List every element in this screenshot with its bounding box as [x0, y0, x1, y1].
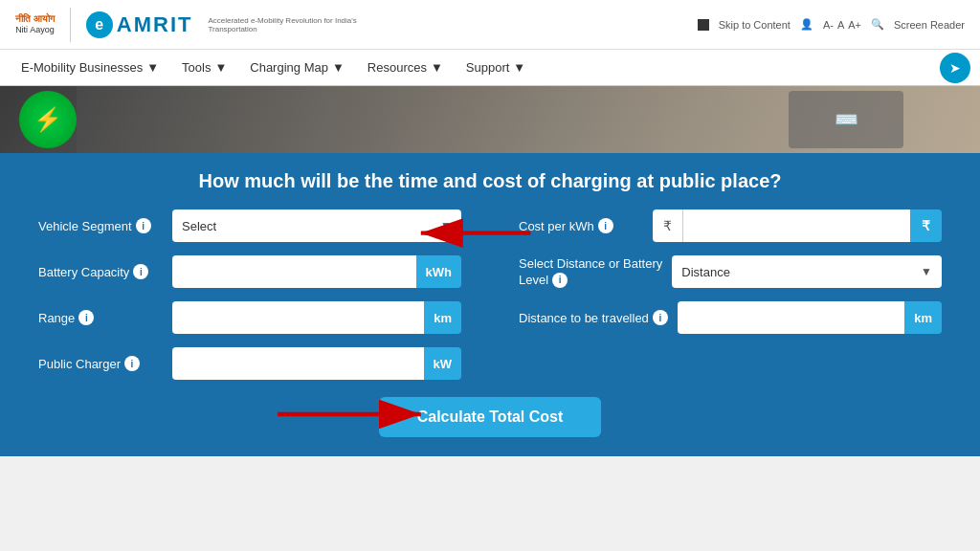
- battery-capacity-unit: kWh: [416, 255, 461, 288]
- distance-travel-info-icon[interactable]: i: [653, 310, 668, 325]
- calculate-row: Calculate Total Cost: [38, 397, 942, 437]
- select-distance-battery-label: Select Distance or Battery Level i: [519, 256, 662, 288]
- cost-per-kwh-input[interactable]: [683, 209, 910, 242]
- range-unit: km: [424, 301, 461, 334]
- battery-capacity-label: Battery Capacity i: [38, 264, 163, 279]
- chevron-down-icon: ▼: [332, 60, 345, 75]
- hero-image: ⚡ ⌨️: [0, 86, 980, 153]
- nav-item-tools[interactable]: Tools ▼: [170, 50, 238, 86]
- site-header: नीति आयोग Niti Aayog e AMRIT Accelerated…: [0, 0, 980, 50]
- public-charger-label: Public Charger i: [38, 356, 163, 371]
- search-icon[interactable]: 🔍: [871, 18, 884, 31]
- empty-cell: [519, 347, 942, 380]
- share-button[interactable]: ➤: [940, 53, 970, 83]
- rupee-button[interactable]: ₹: [910, 209, 942, 242]
- niti-logo: नीति आयोग Niti Aayog: [15, 13, 55, 35]
- rupee-prefix: ₹: [653, 209, 683, 242]
- person-icon: 👤: [800, 18, 813, 31]
- form-grid: Vehicle Segment i Select 2 Wheeler 3 Whe…: [38, 209, 942, 380]
- select-distance-battery-row: Select Distance or Battery Level i Dista…: [519, 255, 942, 288]
- chevron-down-icon: ▼: [146, 60, 159, 75]
- accessibility-icon: [698, 19, 709, 31]
- distance-travel-input[interactable]: [678, 301, 904, 334]
- logo-area: नीति आयोग Niti Aayog e AMRIT Accelerated…: [15, 8, 399, 42]
- vehicle-segment-select-wrapper: Select 2 Wheeler 3 Wheeler 4 Wheeler Bus…: [172, 209, 461, 242]
- vehicle-segment-select[interactable]: Select 2 Wheeler 3 Wheeler 4 Wheeler Bus: [172, 209, 461, 242]
- range-input-group: km: [172, 301, 461, 334]
- distance-travel-label: Distance to be travelled i: [519, 310, 668, 325]
- hero-placeholder: ⚡ ⌨️: [0, 86, 980, 153]
- select-distance-info-icon[interactable]: i: [552, 273, 568, 288]
- cost-per-kwh-row: Cost per kWh i ₹ ₹: [519, 209, 942, 242]
- font-a-plus[interactable]: A+: [848, 19, 861, 31]
- font-controls: A- A A+: [823, 19, 861, 31]
- niti-english-text: Niti Aayog: [15, 25, 55, 35]
- public-charger-unit: kW: [424, 347, 462, 380]
- calculate-total-cost-button[interactable]: Calculate Total Cost: [379, 397, 602, 437]
- skip-to-content-link[interactable]: Skip to Content: [719, 19, 791, 31]
- niti-hindi-text: नीति आयोग: [15, 13, 55, 25]
- public-charger-input[interactable]: [172, 347, 424, 380]
- distance-travel-row: Distance to be travelled i km: [519, 301, 942, 334]
- amrit-e-circle: e: [86, 11, 113, 38]
- range-row: Range i km: [38, 301, 461, 334]
- public-charger-input-group: kW: [172, 347, 461, 380]
- range-input[interactable]: [172, 301, 424, 334]
- distance-travel-unit: km: [904, 301, 942, 334]
- header-utilities: Skip to Content 👤 A- A A+ 🔍 Screen Reade…: [698, 18, 965, 31]
- nav-item-support[interactable]: Support ▼: [455, 50, 537, 86]
- range-label: Range i: [38, 310, 163, 325]
- vehicle-segment-info-icon[interactable]: i: [136, 218, 151, 233]
- cost-calculator-section: How much will be the time and cost of ch…: [0, 153, 980, 456]
- battery-capacity-input-group: kWh: [172, 255, 461, 288]
- battery-capacity-row: Battery Capacity i kWh: [38, 255, 461, 288]
- nav-item-resources[interactable]: Resources ▼: [356, 50, 455, 86]
- cost-per-kwh-label: Cost per kWh i: [519, 218, 643, 233]
- chevron-down-icon: ▼: [431, 60, 443, 75]
- chevron-down-icon: ▼: [214, 60, 227, 75]
- section-title: How much will be the time and cost of ch…: [38, 170, 942, 192]
- amrit-tagline: Accelerated e-Mobility Revolution for In…: [208, 16, 399, 33]
- range-info-icon[interactable]: i: [78, 310, 94, 325]
- font-a-minus[interactable]: A-: [823, 19, 834, 31]
- public-charger-row: Public Charger i kW: [38, 347, 461, 380]
- screen-reader-link[interactable]: Screen Reader: [894, 19, 965, 31]
- select-distance-battery-select[interactable]: Distance Battery Level: [672, 255, 942, 288]
- nav-item-emobility[interactable]: E-Mobility Businesses ▼: [10, 50, 170, 86]
- battery-capacity-info-icon[interactable]: i: [133, 264, 148, 279]
- cost-input-group: ₹ ₹: [653, 209, 942, 242]
- charger-icon: ⚡: [19, 91, 77, 148]
- vehicle-segment-label: Vehicle Segment i: [38, 218, 163, 233]
- distance-travel-input-group: km: [678, 301, 942, 334]
- main-navbar: E-Mobility Businesses ▼ Tools ▼ Charging…: [0, 50, 980, 86]
- cost-per-kwh-info-icon[interactable]: i: [598, 218, 613, 233]
- nav-item-charging-map[interactable]: Charging Map ▼: [238, 50, 356, 86]
- amrit-text: AMRIT: [117, 12, 193, 37]
- vehicle-segment-row: Vehicle Segment i Select 2 Wheeler 3 Whe…: [38, 209, 461, 242]
- battery-capacity-input[interactable]: [172, 255, 416, 288]
- font-a[interactable]: A: [837, 19, 844, 31]
- public-charger-info-icon[interactable]: i: [124, 356, 140, 371]
- amrit-logo: e AMRIT: [86, 11, 193, 38]
- select-distance-battery-select-wrapper: Distance Battery Level ▼: [672, 255, 942, 288]
- chevron-down-icon: ▼: [513, 60, 525, 75]
